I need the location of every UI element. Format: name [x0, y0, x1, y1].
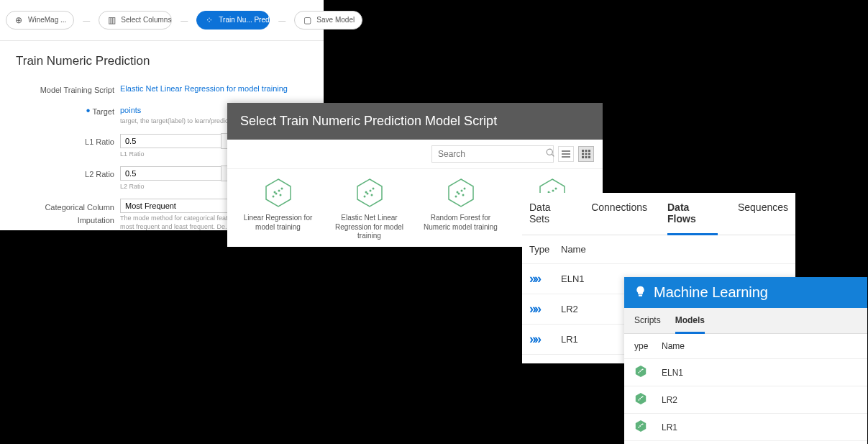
breadcrumb: ⊕ WineMag ... — ▥ Select Columns — ⁘ Tra…: [0, 0, 324, 41]
list-row[interactable]: ELN1: [624, 359, 867, 386]
target-value[interactable]: points: [120, 106, 141, 114]
header-type: ype: [634, 341, 662, 351]
svg-marker-14: [266, 179, 291, 207]
svg-point-19: [273, 191, 275, 194]
svg-point-18: [280, 188, 283, 190]
plus-circle-icon: ⊕: [14, 15, 24, 25]
breadcrumb-winemag[interactable]: ⊕ WineMag ...: [6, 11, 74, 30]
svg-point-38: [552, 190, 554, 192]
script-linear-regression[interactable]: Linear Regression for model training: [233, 178, 323, 241]
flow-icon: »»: [529, 332, 561, 347]
list-row[interactable]: LR1: [624, 414, 867, 441]
tab-data-sets[interactable]: Data Sets: [529, 201, 571, 235]
header-type: Type: [529, 244, 561, 255]
chevron-right-icon: —: [278, 17, 285, 24]
svg-point-46: [642, 368, 644, 370]
svg-point-20: [279, 194, 281, 196]
search-input[interactable]: [431, 145, 554, 163]
svg-rect-12: [585, 156, 588, 158]
tab-data-flows[interactable]: Data Flows: [667, 201, 718, 235]
flow-name: LR2: [561, 304, 578, 314]
breadcrumb-save-model[interactable]: ▢ Save Model: [294, 11, 362, 30]
svg-rect-3: [562, 153, 570, 155]
model-training-script-link[interactable]: Elastic Net Linear Regression for model …: [120, 84, 288, 93]
label-model-training-script: Model Training Script: [40, 86, 114, 94]
model-name: ELN1: [662, 368, 683, 378]
svg-rect-4: [562, 156, 570, 158]
svg-point-48: [638, 399, 639, 401]
flow-icon: »»: [529, 302, 561, 317]
ml-title: Machine Learning: [654, 284, 768, 301]
svg-rect-6: [585, 150, 588, 152]
model-icon: [634, 420, 662, 435]
svg-point-45: [641, 369, 642, 371]
chevron-right-icon: —: [83, 17, 90, 24]
model-name: LR2: [662, 395, 677, 405]
model-icon: [634, 365, 662, 380]
label-l1-ratio: L1 Ratio: [85, 137, 114, 146]
categorical-imputation-select[interactable]: Most Frequent: [120, 199, 235, 213]
columns-icon: ▥: [106, 15, 117, 25]
script-label: Linear Regression for model training: [233, 214, 323, 232]
flow-name: ELN1: [561, 273, 585, 284]
scatter-icon: [263, 178, 293, 208]
svg-marker-21: [357, 179, 382, 207]
svg-point-39: [554, 188, 557, 190]
script-label: Elastic Net Linear Regression for model …: [324, 214, 414, 241]
svg-point-55: [641, 424, 642, 425]
svg-rect-11: [582, 156, 584, 158]
tab-connections[interactable]: Connections: [591, 201, 647, 235]
svg-point-54: [639, 425, 641, 427]
header-name: Name: [662, 341, 685, 351]
svg-rect-13: [588, 156, 590, 158]
svg-marker-28: [449, 179, 473, 207]
svg-point-29: [454, 196, 457, 198]
svg-point-15: [272, 196, 274, 198]
flow-icon: »»: [529, 271, 561, 286]
required-indicator: •: [86, 104, 91, 117]
svg-point-32: [463, 188, 465, 190]
label-categorical-imputation: Categorical Column Imputation: [45, 203, 114, 225]
breadcrumb-train-prediction[interactable]: ⁘ Train Nu... Predictio...: [196, 11, 270, 30]
svg-point-51: [642, 396, 644, 397]
lightbulb-icon: [634, 285, 647, 300]
script-random-forest[interactable]: Random Forest for Numeric model training: [416, 178, 506, 241]
svg-point-17: [278, 190, 280, 192]
svg-point-49: [639, 398, 641, 399]
page-title: Train Numeric Prediction: [0, 41, 324, 78]
svg-point-34: [462, 194, 464, 196]
svg-point-0: [547, 149, 552, 155]
breadcrumb-select-columns[interactable]: ▥ Select Columns: [99, 11, 172, 30]
model-name: LR1: [662, 422, 677, 432]
tab-scripts[interactable]: Scripts: [634, 315, 661, 333]
search-field[interactable]: [438, 149, 546, 159]
svg-point-53: [638, 427, 639, 428]
model-icon: [634, 392, 662, 407]
svg-rect-2: [562, 150, 570, 152]
svg-point-25: [372, 188, 374, 190]
svg-point-24: [369, 190, 371, 192]
svg-point-31: [460, 190, 462, 192]
label-target: Target: [92, 107, 114, 116]
grid-view-toggle[interactable]: [578, 146, 594, 162]
svg-point-50: [641, 397, 642, 398]
svg-line-1: [552, 155, 554, 157]
l2-ratio-select[interactable]: 0.5: [120, 166, 221, 181]
script-elastic-net[interactable]: Elastic Net Linear Regression for model …: [324, 178, 414, 241]
list-row[interactable]: LR2: [624, 386, 867, 414]
tab-sequences[interactable]: Sequences: [738, 201, 788, 235]
svg-rect-9: [585, 153, 588, 155]
modal-title: Select Train Numeric Prediction Model Sc…: [227, 103, 603, 140]
l1-ratio-select[interactable]: 0.5: [120, 134, 221, 148]
svg-point-56: [642, 423, 644, 425]
svg-rect-8: [582, 153, 584, 155]
machine-learning-panel: Machine Learning Scripts Models ype Name…: [624, 277, 867, 444]
svg-rect-5: [582, 150, 584, 152]
tab-models[interactable]: Models: [675, 315, 705, 334]
svg-point-22: [363, 196, 365, 198]
list-view-toggle[interactable]: [558, 146, 574, 162]
svg-point-44: [639, 371, 641, 372]
scatter-icon: [446, 178, 476, 208]
chevron-right-icon: —: [181, 17, 188, 24]
header-name: Name: [561, 244, 788, 255]
